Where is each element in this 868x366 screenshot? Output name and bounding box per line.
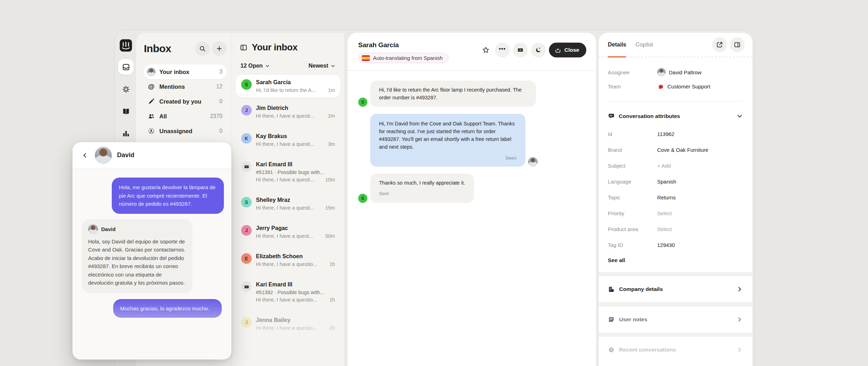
spain-flag-icon	[362, 55, 370, 61]
list-item[interactable]: E Elizabeth Schoen Hi there, I have a qu…	[236, 246, 341, 274]
list-item[interactable]: J Jim Dietrich Hi there, I have a questi…	[236, 98, 341, 126]
customer-message: S Hi, I'd like to return the Arc floor l…	[358, 81, 586, 107]
conversation-list-panel: Your inbox 12 Open Newest S	[232, 33, 344, 366]
search-icon	[199, 45, 206, 52]
chevron-left-icon	[81, 152, 88, 159]
building-icon	[608, 286, 615, 293]
avatar: E	[241, 253, 252, 264]
avatar: J	[241, 317, 252, 328]
section-recent-conversations[interactable]: Recent conversations	[608, 337, 743, 363]
count-badge: 0	[219, 98, 222, 105]
sidebar-item-all[interactable]: All 2370	[144, 109, 227, 124]
search-button[interactable]	[195, 41, 210, 56]
list-item[interactable]: J Jerry Pagac Hi there, I have a quest..…	[236, 218, 341, 246]
columns-layout-icon	[734, 41, 741, 48]
agent-message-spanish: David Hola, soy David del equipo de sopo…	[82, 219, 192, 293]
avatar: S	[241, 197, 252, 207]
conversation-attributes-header[interactable]: Conversation attributes	[608, 109, 743, 123]
convert-to-ticket-button[interactable]	[513, 43, 528, 57]
conversation-panel: Sarah García Auto-translating from Spani…	[348, 33, 596, 366]
ellipsis-icon: •••	[499, 46, 506, 54]
avatar: S	[358, 98, 367, 107]
attribute-row-topic[interactable]: Topic Returns	[608, 190, 743, 205]
list-item-selected[interactable]: S Sarah García Hi, I'd like to return th…	[236, 75, 341, 98]
details-panel: Details Copilot Assignee David Paltrow	[599, 33, 752, 366]
avatar: S	[358, 194, 367, 203]
count-badge: 2370	[210, 113, 222, 119]
count-badge: 12	[216, 83, 222, 90]
chevron-down-icon	[265, 63, 270, 69]
customer-message-spanish: Hola, me gustaría devolver la lámpara de…	[112, 178, 224, 214]
team-bird-icon	[657, 83, 664, 90]
chevron-right-icon	[736, 346, 743, 353]
message-thread: S Hi, I'd like to return the Arc floor l…	[348, 71, 596, 203]
back-button[interactable]	[80, 151, 90, 160]
chevron-down-icon	[736, 113, 743, 120]
ticket-icon	[244, 164, 250, 170]
see-all-link[interactable]: See all	[608, 257, 743, 263]
chevron-down-icon	[330, 63, 336, 69]
list-item[interactable]: Kari Emard III #51391 · Possible bugs wi…	[236, 154, 341, 190]
agent-avatar	[528, 157, 538, 167]
sidebar-item-your-inbox[interactable]: Your inbox 3	[144, 64, 227, 79]
ticket-subject: #51391 · Possible bugs with...	[256, 169, 335, 175]
auto-translate-banner[interactable]: Auto-translating from Spanish	[358, 53, 448, 63]
open-in-new-button[interactable]	[712, 37, 727, 52]
close-conversation-button[interactable]: Close	[549, 43, 586, 57]
conversation-title: Sarah García	[358, 41, 480, 49]
tab-copilot[interactable]: Copilot	[635, 33, 653, 57]
team-row[interactable]: Team Customer Support	[608, 79, 743, 93]
plus-icon	[216, 45, 223, 52]
ticket-icon	[244, 284, 250, 290]
attribute-row-tag-id: Tag ID 129430	[608, 237, 743, 253]
section-user-notes[interactable]: User notes	[608, 306, 743, 333]
sort-dropdown[interactable]: Newest	[308, 63, 336, 69]
attribute-row-product-area[interactable]: Product area Select	[608, 221, 743, 237]
attribute-row-subject[interactable]: Subject + Add	[608, 158, 743, 174]
ai-assistant-icon	[122, 85, 130, 93]
star-icon	[482, 46, 490, 54]
more-options-button[interactable]: •••	[495, 43, 510, 57]
customer-message-spanish: Muchas gracias, lo agradezco mucho.	[113, 299, 222, 318]
toggle-panel-button[interactable]	[730, 37, 745, 52]
assignee-avatar	[657, 68, 666, 76]
tab-details[interactable]: Details	[608, 33, 626, 57]
original-language-popup: David Hola, me gustaría devolver la lámp…	[72, 142, 232, 360]
sidebar-item-mentions[interactable]: @ Mentions 12	[144, 79, 227, 94]
agent-avatar	[88, 224, 98, 234]
attribute-row-language[interactable]: Language Spanish	[608, 174, 743, 190]
list-item[interactable]: J Jenna Bailey Hi there, I have a questi…	[236, 310, 341, 338]
snooze-moon-icon: z	[535, 46, 542, 54]
ticket-avatar	[241, 161, 252, 172]
chevron-right-icon	[736, 286, 743, 293]
rail-ai-button[interactable]	[118, 81, 134, 97]
count-badge: 3	[219, 69, 222, 75]
list-item[interactable]: K Kay Brakus Hi there, I have a questi..…	[236, 126, 341, 154]
rail-knowledge-button[interactable]	[118, 104, 134, 119]
sidebar-item-unassigned[interactable]: Unassigned 0	[144, 124, 227, 138]
avatar: J	[241, 225, 252, 236]
assignee-row[interactable]: Assignee David Paltrow	[608, 65, 743, 79]
snooze-button[interactable]: z	[531, 43, 546, 57]
section-company-details[interactable]: Company details	[608, 276, 743, 302]
attribute-row-id: Id 113962	[608, 126, 743, 142]
list-title: Your inbox	[252, 42, 298, 53]
star-button[interactable]	[480, 44, 492, 56]
avatar: S	[241, 79, 252, 90]
inbox-icon	[122, 63, 130, 71]
sidebar-item-created-by-you[interactable]: Created by you 0	[144, 94, 227, 109]
list-item[interactable]: S Shelley Mraz Hi there, I have a questi…	[236, 190, 341, 218]
rail-reports-button[interactable]	[118, 126, 134, 141]
customer-message: S Thanks so much, I really appreciate it…	[358, 174, 586, 203]
svg-text:z: z	[539, 47, 540, 49]
intercom-logo	[119, 39, 133, 52]
open-filter-dropdown[interactable]: 12 Open	[240, 63, 270, 69]
list-item[interactable]: Kari Emard III #51392 · Possible bugs wi…	[236, 274, 341, 310]
attribute-row-priority[interactable]: Priority Select	[608, 205, 743, 221]
new-conversation-button[interactable]	[212, 41, 227, 56]
unassigned-person-icon	[148, 128, 155, 135]
rail-inbox-button[interactable]	[118, 59, 134, 75]
popup-message-thread: Hola, me gustaría devolver la lámpara de…	[73, 168, 231, 360]
screen: Inbox Your inbox 3 @	[0, 0, 868, 366]
note-icon	[608, 316, 615, 323]
